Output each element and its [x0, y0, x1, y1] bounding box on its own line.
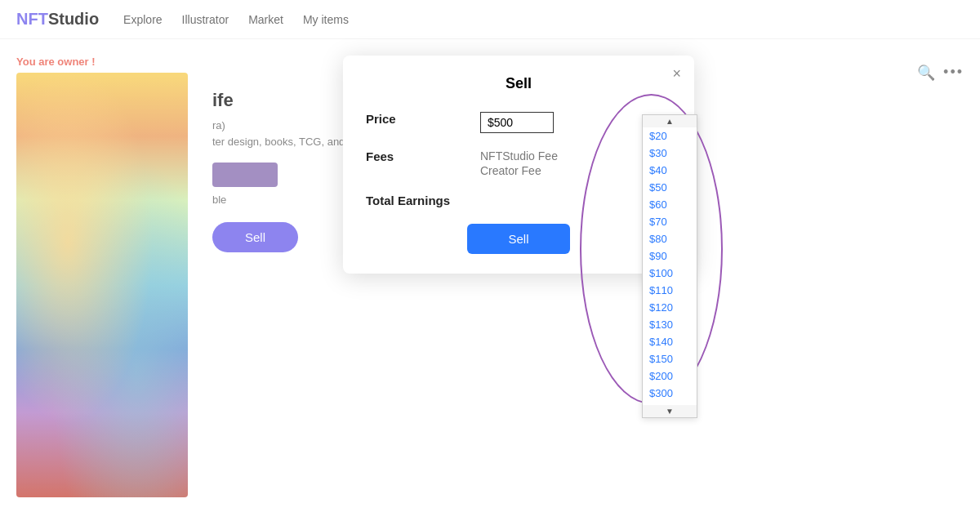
dropdown-option-20[interactable]: $20	[643, 127, 697, 145]
dropdown-option-130[interactable]: $130	[643, 316, 697, 333]
total-label: Total Earnings	[366, 194, 464, 207]
modal-price-field: Price $500	[366, 112, 671, 133]
price-select-display[interactable]: $500	[480, 112, 554, 133]
dropdown-option-120[interactable]: $120	[643, 299, 697, 316]
modal-sell-button[interactable]: Sell	[467, 224, 569, 254]
dropdown-option-110[interactable]: $110	[643, 282, 697, 299]
fees-studio: NFTStudio Fee	[480, 149, 558, 163]
modal-total-field: Total Earnings	[366, 194, 671, 207]
dropdown-option-200[interactable]: $200	[643, 367, 697, 385]
dropdown-option-70[interactable]: $70	[643, 213, 697, 230]
dropdown-option-60[interactable]: $60	[643, 196, 697, 213]
dropdown-scroll-down[interactable]: ▼	[643, 405, 697, 417]
dropdown-option-30[interactable]: $30	[643, 145, 697, 162]
price-select-wrapper: $500	[480, 112, 554, 133]
dropdown-options-list: $20$30$40$50$60$70$80$90$100$110$120$130…	[643, 127, 697, 405]
dropdown-option-140[interactable]: $140	[643, 333, 697, 350]
fees-creator: Creator Fee	[480, 164, 558, 177]
modal-fees-field: Fees NFTStudio Fee Creator Fee	[366, 149, 671, 177]
dropdown-option-80[interactable]: $80	[643, 230, 697, 247]
dropdown-option-100[interactable]: $100	[643, 265, 697, 282]
dropdown-option-300[interactable]: $300	[643, 385, 697, 402]
modal-close-button[interactable]: ×	[672, 65, 681, 82]
dropdown-option-40[interactable]: $40	[643, 162, 697, 179]
price-label: Price	[366, 112, 464, 126]
dropdown-scroll-up[interactable]: ▲	[643, 115, 697, 127]
dropdown-option-150[interactable]: $150	[643, 350, 697, 367]
fees-label: Fees	[366, 149, 464, 163]
dropdown-option-90[interactable]: $90	[643, 247, 697, 265]
modal-title: Sell	[366, 75, 671, 92]
dropdown-option-50[interactable]: $50	[643, 179, 697, 196]
fees-col: NFTStudio Fee Creator Fee	[480, 149, 558, 177]
price-dropdown: ▲ $20$30$40$50$60$70$80$90$100$110$120$1…	[642, 114, 697, 418]
